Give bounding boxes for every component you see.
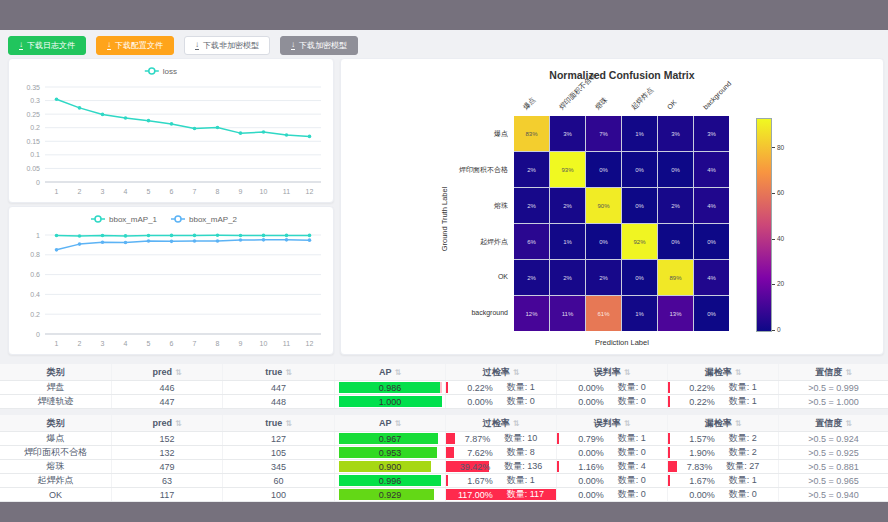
- sort-icon[interactable]: ⇅: [513, 419, 520, 428]
- legend-item-bbox_mAP_1[interactable]: bbox_mAP_1: [91, 215, 158, 224]
- matrix-cell-0-0: 83%: [514, 116, 549, 151]
- sort-icon[interactable]: ⇅: [513, 368, 520, 377]
- column-header-过检率[interactable]: 过检率⇅: [446, 415, 557, 431]
- sort-icon[interactable]: ⇅: [845, 419, 852, 428]
- sort-icon[interactable]: ⇅: [285, 368, 292, 377]
- rate-percent: 0.22%: [467, 383, 493, 393]
- matrix-cell-3-3: 92%: [622, 224, 657, 259]
- class-name-cell: 起焊炸点: [0, 474, 112, 487]
- sort-icon[interactable]: ⇅: [735, 419, 742, 428]
- svg-text:0.35: 0.35: [26, 84, 40, 91]
- download-encrypted-model-label: 下载加密模型: [299, 42, 347, 50]
- confidence-cell: >0.5 = 0.925: [779, 446, 888, 459]
- matrix-cell-5-0: 12%: [514, 296, 549, 331]
- svg-text:10: 10: [260, 188, 268, 195]
- sort-icon[interactable]: ⇅: [175, 368, 182, 377]
- matrix-cell-0-1: 3%: [550, 116, 585, 151]
- sort-icon[interactable]: ⇅: [624, 368, 631, 377]
- true-count-cell: 100: [223, 488, 335, 501]
- column-header-过检率[interactable]: 过检率⇅: [446, 364, 557, 380]
- svg-text:11: 11: [283, 340, 290, 347]
- sort-icon[interactable]: ⇅: [394, 419, 401, 428]
- sort-icon[interactable]: ⇅: [175, 419, 182, 428]
- download-log-button[interactable]: ↓ 下载日志文件: [8, 36, 86, 55]
- matrix-cell-2-0: 2%: [514, 188, 549, 223]
- misjudge-rate-cell: 0.00%数量: 0: [557, 446, 668, 459]
- download-unencrypted-model-button[interactable]: ↓ 下载非加密模型: [184, 36, 270, 55]
- pred-count-cell: 132: [112, 446, 223, 459]
- svg-text:3: 3: [101, 340, 105, 347]
- download-encrypted-model-button[interactable]: ↓ 下载加密模型: [280, 36, 358, 55]
- rate-percent: 0.79%: [578, 434, 604, 444]
- column-header-漏检率[interactable]: 漏检率⇅: [668, 364, 779, 380]
- rate-count: 数量: 0: [618, 474, 646, 487]
- sort-icon[interactable]: ⇅: [735, 368, 742, 377]
- rate-count: 数量: 1: [729, 381, 757, 394]
- table-header-row: 类别pred⇅true⇅AP⇅过检率⇅误判率⇅漏检率⇅置信度⇅: [0, 415, 888, 432]
- column-header-漏检率[interactable]: 漏检率⇅: [668, 415, 779, 431]
- rate-count: 数量: 0: [618, 395, 646, 408]
- ap-bar-cell: 0.900: [335, 460, 446, 473]
- svg-text:0.4: 0.4: [30, 291, 40, 298]
- svg-text:0.2: 0.2: [30, 311, 40, 318]
- matrix-cell-5-5: 0%: [694, 296, 729, 331]
- overdetect-rate-cell: 1.67%数量: 1: [446, 474, 557, 487]
- top-navigation-bar: [0, 0, 888, 30]
- column-header-误判率[interactable]: 误判率⇅: [557, 364, 668, 380]
- rate-bar: [446, 447, 454, 458]
- column-header-true[interactable]: true⇅: [223, 364, 335, 380]
- ap-bar-cell: 1.000: [335, 395, 446, 408]
- svg-text:5: 5: [147, 340, 151, 347]
- misjudge-rate-cell: 0.00%数量: 0: [557, 395, 668, 408]
- rate-percent: 0.00%: [467, 397, 493, 407]
- legend-item-bbox_mAP_2[interactable]: bbox_mAP_2: [171, 215, 238, 224]
- true-count-cell: 345: [223, 460, 335, 473]
- svg-text:4: 4: [124, 340, 128, 347]
- class-name-cell: 焊印面积不合格: [0, 446, 112, 459]
- matrix-row-label: 起焊炸点: [341, 237, 508, 247]
- download-config-button[interactable]: ↓ 下载配置文件: [96, 36, 174, 55]
- column-header-AP[interactable]: AP⇅: [335, 364, 446, 380]
- class-name-cell: 焊缝轨迹: [0, 395, 112, 408]
- download-config-label: 下载配置文件: [115, 42, 163, 50]
- legend-item-loss[interactable]: loss: [145, 67, 177, 76]
- svg-text:0.05: 0.05: [26, 165, 40, 172]
- column-header-pred[interactable]: pred⇅: [112, 364, 223, 380]
- ap-bar-cell: 0.953: [335, 446, 446, 459]
- misjudge-rate-cell: 0.79%数量: 1: [557, 432, 668, 445]
- matrix-cell-5-4: 13%: [658, 296, 693, 331]
- matrix-cell-2-4: 2%: [658, 188, 693, 223]
- sort-icon[interactable]: ⇅: [285, 419, 292, 428]
- rate-percent: 1.67%: [689, 476, 715, 486]
- rate-count: 数量: 2: [729, 446, 757, 459]
- column-header-误判率[interactable]: 误判率⇅: [557, 415, 668, 431]
- confidence-cell: >0.5 = 0.881: [779, 460, 888, 473]
- miss-rate-cell: 1.57%数量: 2: [668, 432, 779, 445]
- true-count-cell: 127: [223, 432, 335, 445]
- column-header-置信度[interactable]: 置信度⇅: [779, 415, 888, 431]
- download-icon: ↓: [19, 41, 23, 50]
- rate-percent: 1.90%: [689, 448, 715, 458]
- matrix-cell-5-3: 1%: [622, 296, 657, 331]
- column-header-true[interactable]: true⇅: [223, 415, 335, 431]
- sort-icon[interactable]: ⇅: [624, 419, 631, 428]
- rate-percent: 0.00%: [578, 476, 604, 486]
- rate-count: 数量: 27: [726, 460, 759, 473]
- sort-icon[interactable]: ⇅: [394, 368, 401, 377]
- svg-text:0: 0: [36, 331, 40, 338]
- column-header-置信度[interactable]: 置信度⇅: [779, 364, 888, 380]
- colorbar-tick-label: 60: [772, 189, 784, 196]
- ap-value: 0.986: [339, 382, 442, 393]
- class-name-cell: 熔珠: [0, 460, 112, 473]
- confidence-cell: >0.5 = 0.940: [779, 488, 888, 501]
- sort-icon[interactable]: ⇅: [845, 368, 852, 377]
- map-chart-card: 00.20.40.60.81123456789101112bbox_mAP_1b…: [8, 206, 334, 355]
- matrix-column-label: background: [701, 79, 734, 112]
- download-unencrypted-model-label: 下载非加密模型: [203, 42, 259, 50]
- rate-percent: 0.22%: [689, 397, 715, 407]
- column-header-pred[interactable]: pred⇅: [112, 415, 223, 431]
- column-header-AP[interactable]: AP⇅: [335, 415, 446, 431]
- rate-count: 数量: 4: [618, 460, 646, 473]
- matrix-cell-4-0: 2%: [514, 260, 549, 295]
- matrix-cell-0-5: 3%: [694, 116, 729, 151]
